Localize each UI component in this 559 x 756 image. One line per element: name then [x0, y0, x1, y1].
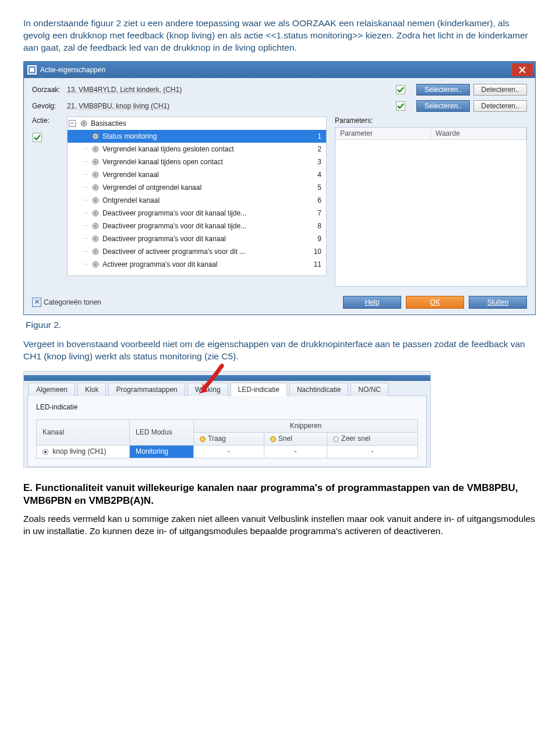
dialog-title: Actie-eigenschappen — [40, 66, 512, 74]
action-properties-dialog: Actie-eigenschappen Oorzaak: 13. VMB4RYL… — [23, 61, 536, 315]
action-tree[interactable]: − Basisacties ⋯Status monitoring1⋯Vergre… — [67, 116, 327, 276]
ok-button[interactable]: OK — [406, 296, 464, 309]
col-knipperen: Knipperen — [194, 419, 418, 432]
detect-gevolg-button[interactable]: Detecteren.. — [473, 100, 527, 112]
detect-oorzaak-button[interactable]: Detecteren.. — [473, 84, 527, 96]
svg-point-20 — [94, 212, 96, 214]
col-zeersnel: Zeer snel — [327, 432, 418, 445]
select-oorzaak-button[interactable]: Selecteren.. — [416, 84, 470, 96]
tree-connector: ⋯ — [83, 146, 89, 152]
tree-item-label: Vergrendel of ontgrendel kanaal — [102, 183, 310, 192]
section-e-heading: E. Functionaliteit vanuit willekeurige k… — [23, 482, 536, 507]
param-col-parameter: Parameter — [335, 128, 431, 139]
tree-connector: ⋯ — [83, 235, 89, 242]
actie-label: Actie: — [32, 116, 67, 125]
tree-item-label: Deactiveer programma's voor dit kanaal t… — [102, 222, 310, 230]
oorzaak-value[interactable]: 13. VMB4RYLD, Licht kinderk. (CH1) — [67, 84, 395, 95]
cell-ledmodus[interactable]: Monitoring — [130, 445, 194, 458]
gear-icon — [91, 132, 100, 141]
svg-point-10 — [94, 148, 96, 150]
tab-no-nc[interactable]: NO/NC — [351, 383, 388, 396]
svg-point-22 — [94, 225, 96, 227]
dialog-footer: ✕ Categorieën tonen Help OK Sluiten — [24, 290, 535, 315]
gear-icon — [91, 234, 100, 243]
tree-connector: ⋯ — [83, 261, 89, 267]
col-snel: Snel — [264, 432, 327, 445]
figure-caption: Figuur 2. — [26, 320, 536, 330]
radio-icon[interactable] — [43, 449, 48, 455]
tree-item-number: 10 — [310, 248, 326, 256]
tab-werking[interactable]: Werking — [187, 383, 228, 396]
svg-point-26 — [94, 250, 96, 252]
tree-item[interactable]: ⋯Status monitoring1 — [68, 130, 326, 143]
svg-rect-1 — [30, 68, 34, 72]
description-text: Vergeet in bovenstaand voorbeeld niet om… — [23, 338, 536, 363]
col-kanaal: Kanaal — [37, 419, 130, 445]
tree-item-label: Status monitoring — [102, 132, 310, 140]
tree-item-label: Vergrendel kanaal tijdens open contact — [102, 158, 310, 166]
tree-connector: ⋯ — [83, 184, 89, 190]
col-ledmodus: LED Modus — [130, 419, 194, 445]
svg-point-14 — [94, 174, 96, 175]
tab-klok[interactable]: Klok — [77, 383, 106, 396]
tree-item[interactable]: ⋯Deactiveer of activeer programma's voor… — [68, 245, 326, 258]
tree-item-label: Deactiveer of activeer programma's voor … — [102, 248, 310, 256]
tree-item[interactable]: ⋯Vergrendel of ontgrendel kanaal5 — [68, 181, 326, 194]
help-button[interactable]: Help — [343, 296, 401, 309]
svg-point-6 — [83, 122, 84, 124]
tab-algemeen[interactable]: Algemeen — [29, 383, 75, 396]
tab-led-indicatie[interactable]: LED-indicatie — [231, 383, 287, 396]
svg-point-12 — [94, 161, 96, 162]
x-icon[interactable]: ✕ — [32, 298, 41, 307]
gear-icon — [91, 221, 100, 231]
svg-point-16 — [94, 186, 96, 188]
tree-item[interactable]: ⋯Vergrendel kanaal tijdens gesloten cont… — [68, 143, 326, 156]
svg-point-8 — [94, 135, 96, 137]
tree-item[interactable]: ⋯Vergrendel kanaal tijdens open contact3 — [68, 156, 326, 168]
select-gevolg-button[interactable]: Selecteren.. — [416, 100, 470, 112]
tree-item[interactable]: ⋯Deactiveer programma's voor dit kanaal … — [68, 220, 326, 232]
gevolg-label: Gevolg: — [32, 102, 67, 110]
section-e-body: Zoals reeds vermeld kan u sommige zaken … — [23, 513, 536, 538]
tree-item-label: Activeer programma's voor dit kanaal — [102, 260, 310, 269]
tree-item-label: Ontgrendel kanaal — [102, 196, 310, 204]
cell-traag: - — [194, 445, 264, 458]
led-yellow-icon — [270, 436, 276, 442]
tree-item-number: 8 — [310, 222, 326, 230]
tab-bar: AlgemeenKlokProgrammastappenWerkingLED-i… — [24, 383, 430, 396]
tree-item-number: 3 — [310, 158, 326, 166]
intro-paragraph: In onderstaande figuur 2 ziet u een ande… — [23, 17, 536, 54]
collapse-icon[interactable]: − — [69, 120, 76, 127]
param-header: Parameter Waarde — [335, 128, 526, 140]
panel-topbar — [24, 375, 430, 381]
tree-item-number: 2 — [310, 145, 326, 153]
tree-item-number: 5 — [310, 183, 326, 192]
table-row[interactable]: knop living (CH1) Monitoring - - - — [37, 445, 418, 458]
tab-programmastappen[interactable]: Programmastappen — [108, 383, 185, 396]
gear-icon — [91, 183, 100, 192]
check-icon — [395, 101, 406, 111]
close-icon[interactable] — [512, 63, 533, 76]
tree-item[interactable]: ⋯Deactiveer programma's voor dit kanaal9 — [68, 232, 326, 245]
tree-item-label: Vergrendel kanaal — [102, 171, 310, 179]
categories-button[interactable]: Categorieën tonen — [44, 298, 101, 306]
tree-item[interactable]: ⋯Ontgrendel kanaal6 — [68, 194, 326, 207]
tree-item-number: 7 — [310, 209, 326, 217]
tree-item-label: Deactiveer programma's voor dit kanaal t… — [102, 209, 310, 217]
param-col-value: Waarde — [431, 128, 526, 139]
cell-kanaal: knop living (CH1) — [37, 445, 130, 458]
svg-point-18 — [94, 199, 96, 201]
led-indicatie-panel: AlgemeenKlokProgrammastappenWerkingLED-i… — [23, 371, 431, 468]
tree-item[interactable]: ⋯Deactiveer programma's voor dit kanaal … — [68, 207, 326, 220]
gevolg-value[interactable]: 21. VMB8PBU, knop living (CH1) — [67, 101, 395, 111]
tree-item[interactable]: ⋯Vergrendel kanaal4 — [68, 168, 326, 181]
tree-item-number: 4 — [310, 171, 326, 179]
gear-icon — [91, 260, 100, 269]
tab-nachtindicatie[interactable]: Nachtindicatie — [289, 383, 348, 396]
gear-icon — [91, 247, 100, 256]
tree-connector: ⋯ — [83, 197, 89, 203]
tree-root[interactable]: − Basisacties — [68, 117, 326, 130]
tree-connector: ⋯ — [83, 133, 89, 139]
tree-item[interactable]: ⋯Activeer programma's voor dit kanaal11 — [68, 258, 326, 271]
close-button[interactable]: Sluiten — [469, 296, 527, 309]
